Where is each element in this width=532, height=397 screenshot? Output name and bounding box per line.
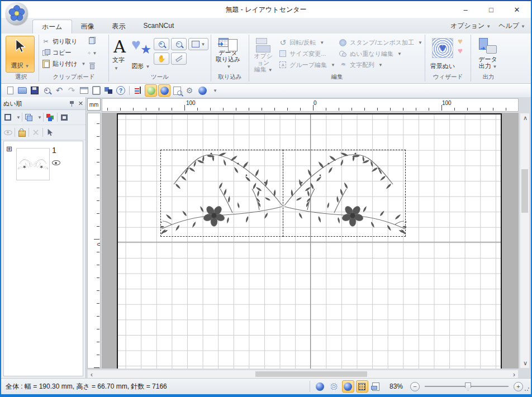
paste-button[interactable]: 貼り付け▼ bbox=[41, 58, 86, 69]
cut-button[interactable]: ✂切り取り bbox=[41, 36, 86, 47]
stitch-view-toggle[interactable] bbox=[196, 84, 208, 97]
order-change-icon[interactable] bbox=[23, 112, 35, 123]
menu-options[interactable]: オプション▼ bbox=[450, 21, 491, 31]
panel-close-icon[interactable]: ✕ bbox=[78, 100, 83, 107]
option-edit-button[interactable]: オプション編集▼ bbox=[251, 36, 275, 73]
output-data-button[interactable]: ➜ データ出力▼ bbox=[473, 36, 502, 73]
tab-scanncut[interactable]: ScanNCut bbox=[135, 20, 183, 34]
expand-box-icon[interactable]: ⊞ bbox=[6, 145, 12, 153]
visibility-eye-icon[interactable] bbox=[2, 127, 13, 138]
duplicate-icon[interactable] bbox=[88, 36, 97, 45]
rotate-flip-button[interactable]: ↺回転/反転▼ bbox=[278, 37, 335, 48]
measure-button[interactable] bbox=[171, 52, 187, 65]
scroll-left-icon[interactable]: ‹ bbox=[91, 371, 93, 378]
minimize-button[interactable]: – bbox=[453, 1, 478, 18]
design-stats: 全体 : 幅 = 190.30 mm, 高さ = 66.70 mm, 針数 = … bbox=[1, 382, 310, 391]
undo-icon[interactable]: ↶ bbox=[54, 85, 65, 96]
tab-view[interactable]: 表示 bbox=[103, 20, 135, 34]
zoom-out-button[interactable]: − bbox=[171, 38, 187, 50]
maximize-button[interactable]: □ bbox=[478, 1, 504, 18]
scroll-down-icon[interactable]: ∨ bbox=[523, 360, 528, 366]
delete-trash-icon[interactable] bbox=[88, 61, 97, 70]
scissors-icon: ✂ bbox=[41, 37, 50, 46]
frame-icon[interactable] bbox=[59, 112, 70, 123]
stitch-settings-icon[interactable]: ⚙ bbox=[184, 85, 195, 96]
shapes-tool-button[interactable]: ♥ ★ 図形▼ bbox=[130, 36, 151, 73]
grid-toggle-button[interactable] bbox=[356, 380, 368, 393]
realistic-view-toggle[interactable] bbox=[145, 84, 157, 97]
help-icon[interactable]: ? bbox=[115, 85, 126, 96]
hoop-size-icon[interactable] bbox=[91, 85, 102, 96]
zoom-slider[interactable] bbox=[425, 386, 509, 387]
sew-order-list: ⊞ 1 bbox=[3, 141, 83, 376]
app-logo-flower-icon[interactable] bbox=[6, 2, 28, 25]
menu-help[interactable]: ヘルプ▼ bbox=[498, 21, 525, 31]
zoom-in-slider-button[interactable]: + bbox=[514, 382, 523, 391]
property-page-button[interactable] bbox=[370, 380, 382, 393]
resize-icon bbox=[278, 49, 287, 58]
vertical-scroll-thumb[interactable] bbox=[521, 169, 528, 213]
text-tool-button[interactable]: A 文字▼ bbox=[111, 36, 128, 73]
tab-image[interactable]: 画像 bbox=[72, 20, 103, 34]
sew-order-thumbnail[interactable] bbox=[16, 148, 50, 180]
scroll-right-icon[interactable]: › bbox=[513, 371, 515, 378]
lock-icon[interactable] bbox=[16, 127, 27, 138]
color-panel-icon[interactable] bbox=[45, 112, 56, 123]
scroll-up-icon[interactable]: ∧ bbox=[523, 115, 528, 121]
window-bottom-edge bbox=[1, 394, 531, 396]
window-title: 無題 - レイアウトセンター bbox=[1, 5, 531, 15]
new-document-icon[interactable] bbox=[4, 85, 16, 96]
pin-icon[interactable] bbox=[69, 100, 75, 107]
tab-home[interactable]: ホーム bbox=[32, 20, 72, 34]
outline-heart-icon[interactable]: ♥ bbox=[458, 46, 463, 55]
copy-icon bbox=[41, 48, 50, 57]
vertical-scrollbar[interactable]: ∧ ∨ bbox=[520, 113, 530, 369]
zoom-in-button[interactable]: + bbox=[154, 38, 169, 50]
fit-view-icon[interactable] bbox=[2, 112, 13, 123]
zoom-out-slider-button[interactable]: − bbox=[410, 382, 420, 391]
resize-button[interactable]: サイズ変更... bbox=[278, 48, 335, 59]
send-to-machine-icon[interactable] bbox=[103, 85, 114, 96]
preview-icon[interactable] bbox=[172, 85, 183, 96]
resize-grip[interactable] bbox=[524, 386, 530, 391]
text-array-button[interactable]: ᴬᴮᶜ文字配列▼ bbox=[339, 59, 422, 70]
toolbar-options-chevron-icon[interactable]: ▾ bbox=[210, 85, 221, 96]
delete-x-icon[interactable]: ✕ bbox=[30, 127, 41, 138]
design-canvas-area: mm 100 0 100 0 100 bbox=[86, 97, 531, 379]
zoom-fit-button[interactable]: ▼ bbox=[188, 38, 208, 50]
item-visible-eye-icon[interactable] bbox=[52, 160, 60, 165]
copy-button[interactable]: コピー bbox=[41, 47, 86, 58]
design-property-icon[interactable] bbox=[78, 85, 89, 96]
solid-view-toggle[interactable] bbox=[158, 84, 170, 97]
stamp-emboss-button[interactable]: スタンプ/エンボス加工▼ bbox=[339, 37, 422, 48]
sewing-simulator-icon[interactable] bbox=[132, 85, 144, 96]
align-center-icon[interactable]: ▼ bbox=[88, 49, 97, 58]
zoom-percent: 83% bbox=[390, 382, 403, 390]
zoom-icon[interactable]: + bbox=[41, 85, 53, 96]
stitch-view-button[interactable] bbox=[328, 380, 340, 393]
select-button[interactable]: 選択▼ bbox=[6, 36, 35, 73]
solid-view-button[interactable] bbox=[314, 380, 326, 393]
save-icon[interactable] bbox=[29, 85, 40, 96]
select-cursor-icon[interactable] bbox=[44, 127, 55, 138]
background-sew-wizard-button[interactable]: ♥ 背景ぬい bbox=[428, 36, 458, 73]
embroidery-design[interactable] bbox=[160, 150, 406, 237]
design-viewport[interactable] bbox=[102, 113, 519, 369]
ruler-icon bbox=[175, 55, 182, 62]
open-folder-icon[interactable] bbox=[17, 85, 28, 96]
horizontal-scroll-thumb[interactable] bbox=[255, 371, 367, 377]
import-data-button[interactable]: ➜ データ取り込み▼ bbox=[213, 36, 243, 73]
design-page[interactable] bbox=[117, 113, 502, 369]
close-button[interactable]: ✕ bbox=[504, 1, 530, 18]
ruler-unit-box: mm bbox=[87, 98, 101, 111]
overlap-edit-button[interactable]: ぬい重なり編集▼ bbox=[339, 48, 422, 59]
redo-icon[interactable]: ↷ bbox=[66, 85, 77, 96]
item-number: 1 bbox=[52, 146, 56, 155]
group-edit-button[interactable]: Aグループ編集▼ bbox=[278, 59, 335, 70]
realistic-view-button[interactable] bbox=[342, 380, 354, 393]
zoom-slider-thumb[interactable] bbox=[465, 382, 471, 391]
group-edit-icon: A bbox=[278, 60, 287, 69]
applique-heart-icon[interactable]: ♥ bbox=[458, 37, 463, 45]
pan-hand-button[interactable]: ✋ bbox=[154, 52, 169, 65]
horizontal-scrollbar[interactable]: ‹ › bbox=[87, 370, 519, 379]
